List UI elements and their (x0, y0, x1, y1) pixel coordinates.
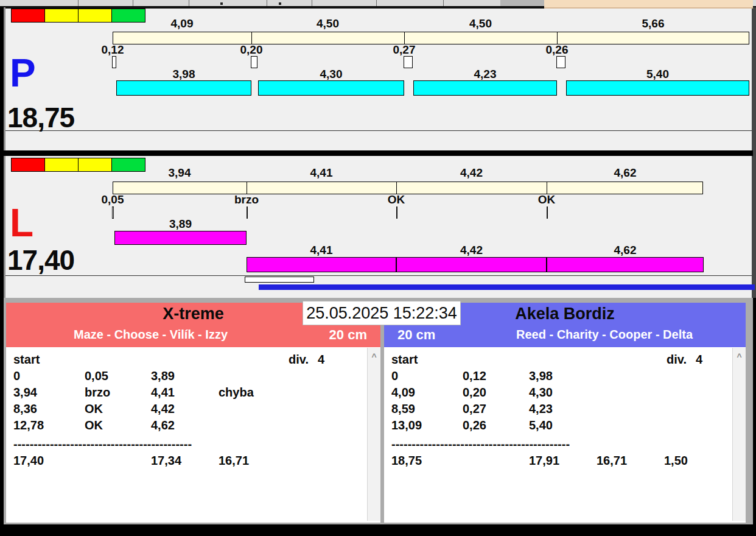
split-time-label: 4,09 (113, 18, 251, 29)
split-time-label: 4,41 (247, 167, 396, 178)
table-division-label: div. (289, 353, 309, 365)
run-time-bar (547, 257, 704, 272)
table-total-cell: 18,75 (391, 454, 422, 467)
table-row-cell: 4,23 (529, 403, 553, 415)
run-time-bar (114, 231, 247, 245)
team-right-scrollbar[interactable]: ^ (732, 348, 746, 521)
traffic-light-block (44, 158, 79, 172)
table-division-value: 4 (318, 353, 324, 365)
run-time-bar (566, 80, 749, 96)
table-row-cell: 3,98 (529, 370, 553, 382)
team-left-height-class: 20 cm (329, 327, 367, 343)
table-row-cell: OK (85, 419, 103, 431)
progress-outline-box (245, 277, 314, 283)
table-total-cell: 17,40 (13, 454, 44, 467)
table-row-cell: 3,94 (13, 386, 37, 398)
cross-offset-tick (396, 206, 397, 219)
cross-offset-label: OK (366, 194, 427, 205)
split-time-label: 4,42 (396, 167, 547, 178)
table-row-cell: 4,41 (151, 386, 175, 398)
table-row-cell: 4,09 (391, 386, 415, 398)
team-right-dogs: Reed - Charity - Cooper - Delta (463, 328, 746, 342)
run-time-label: 4,30 (258, 68, 404, 80)
split-bar-divider (404, 32, 405, 44)
table-row-cell: 0 (391, 370, 398, 382)
cross-offset-label: 0,12 (82, 44, 143, 55)
traffic-light-block (11, 9, 45, 23)
cross-offset-label: brzo (216, 194, 277, 205)
table-row-cell: 8,59 (391, 403, 415, 415)
table-row-cell: 0,20 (463, 386, 486, 398)
split-time-label: 5,66 (557, 18, 749, 29)
split-time-label: 4,50 (404, 18, 557, 29)
datetime-display: 25.05.2025 15:22:34 (303, 301, 461, 325)
table-header-start: start (391, 353, 418, 365)
cross-offset-box (112, 56, 116, 68)
traffic-light-block (44, 9, 79, 23)
table-row-cell: chyba (219, 386, 254, 398)
split-time-label: 4,50 (251, 18, 404, 29)
split-time-bar (113, 182, 703, 194)
table-row-cell: 0,26 (463, 419, 486, 431)
table-row-cell: brzo (85, 386, 110, 398)
table-row-cell: 4,42 (151, 403, 175, 415)
scroll-up-icon[interactable]: ^ (368, 353, 380, 361)
cross-offset-label: 0,20 (221, 44, 282, 55)
run-time-label: 5,40 (566, 68, 749, 80)
team-left-dogs: Maze - Choose - Vilík - Izzy (6, 328, 295, 342)
team-panel-left: X-treme Maze - Choose - Vilík - Izzy 20 … (6, 303, 380, 523)
table-row-cell: OK (85, 403, 103, 415)
cross-offset-tick (547, 206, 548, 219)
table-row-cell: 4,62 (151, 419, 175, 431)
table-total-cell: 17,91 (529, 454, 559, 467)
cross-offset-label: OK (516, 194, 577, 205)
run-time-label: 3,89 (114, 218, 247, 230)
traffic-light-block (78, 9, 112, 23)
team-right-height-class: 20 cm (397, 327, 435, 343)
run-time-bar (116, 80, 251, 96)
run-time-label: 4,41 (247, 244, 396, 256)
table-total-cell: 16,71 (219, 454, 249, 467)
table-separator-dashes: ----------------------------------------… (13, 438, 192, 450)
table-row-cell: 0 (13, 370, 20, 382)
lane-total-l: 17,40 (7, 246, 74, 274)
run-time-label: 4,23 (413, 68, 557, 80)
table-row-cell: 13,09 (391, 419, 422, 431)
run-time-label: 3,98 (116, 68, 251, 80)
table-division-value: 4 (696, 353, 702, 365)
split-bar-divider (396, 182, 397, 194)
traffic-light-block (78, 158, 112, 172)
cross-offset-tick (247, 206, 248, 219)
split-bar-divider (547, 182, 547, 194)
table-row-cell: 0,12 (463, 370, 486, 382)
scroll-up-icon[interactable]: ^ (733, 353, 746, 361)
team-left-scrollbar[interactable]: ^ (367, 348, 380, 521)
lane-letter-l: L (10, 203, 33, 242)
table-row-cell: 0,05 (85, 370, 108, 382)
cross-offset-label: 0,26 (527, 44, 587, 55)
lane-letter-p: P (10, 54, 36, 93)
run-time-bar (258, 80, 404, 96)
traffic-light-block (11, 158, 45, 172)
table-separator-dashes: ----------------------------------------… (391, 438, 570, 450)
progress-bar-blue (259, 284, 755, 290)
split-time-label: 3,94 (113, 167, 247, 178)
table-row-cell: 5,40 (529, 419, 553, 431)
cross-offset-label: 0,27 (374, 44, 435, 55)
run-time-label: 4,62 (547, 244, 704, 256)
table-division-label: div. (667, 353, 687, 365)
table-row-cell: 8,36 (13, 403, 37, 415)
run-time-bar (247, 257, 396, 272)
cross-offset-box (251, 56, 257, 68)
split-time-label: 4,62 (547, 167, 704, 178)
cross-offset-box (112, 206, 114, 219)
table-row-cell: 3,89 (151, 370, 175, 382)
cross-offset-box (404, 56, 413, 68)
run-time-bar (413, 80, 557, 96)
run-time-label: 4,42 (396, 244, 547, 256)
timing-lanes: 4,090,123,984,500,204,304,500,274,235,66… (0, 0, 756, 298)
table-row-cell: 12,78 (13, 419, 44, 431)
table-total-cell: 17,34 (151, 454, 181, 467)
cross-offset-box (556, 56, 565, 68)
split-bar-divider (247, 182, 247, 194)
